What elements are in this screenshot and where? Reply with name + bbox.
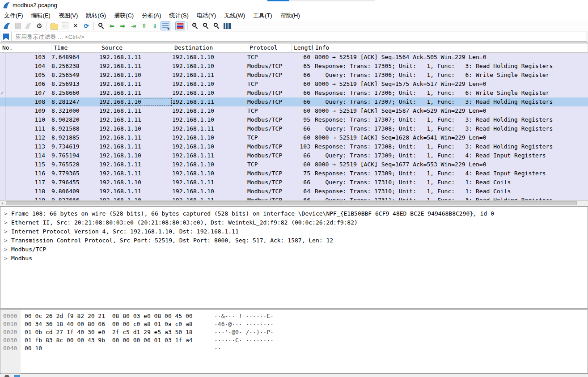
cell-dst[interactable]: 192.168.1.10 [172,53,247,62]
cell-dst[interactable]: 192.168.1.10 [172,142,247,151]
cell-no[interactable]: 112 [0,133,51,142]
close-file-x-icon[interactable]: ✕ [71,21,80,30]
cell-no[interactable]: 108 [0,97,51,106]
cell-len[interactable]: 60 [292,80,313,89]
scroll-left-arrow-icon[interactable]: ‹ [0,201,5,206]
packet-row-113[interactable]: 1139.734619192.168.1.11192.168.1.10Modbu… [0,142,588,151]
cell-no[interactable]: 113 [0,142,51,151]
packet-row-110[interactable]: 1108.902820192.168.1.11192.168.1.10Modbu… [0,115,588,124]
cell-proto[interactable]: TCP [247,53,292,62]
filter-bookmark-icon[interactable] [3,34,9,40]
menu-file[interactable]: 文件(F) [0,11,27,21]
packet-row-112[interactable]: 1128.921885192.168.1.11192.168.1.10TCP60… [0,133,588,142]
capture-comment-icon[interactable] [14,375,20,377]
hex-bytes[interactable]: 00 0c 26 2d f9 82 20 21 08 80 03 e0 08 0… [25,312,193,320]
hex-ascii[interactable]: ······C· ········ [214,336,274,344]
column-header-no[interactable]: No. [0,43,51,52]
go-forward-arrow-icon[interactable]: ➡ [118,21,127,30]
cell-src[interactable]: 192.168.1.11 [99,62,172,71]
expand-chevron-icon[interactable]: > [4,209,11,218]
cell-proto[interactable]: Modbus/TCP [247,89,292,97]
cell-len[interactable]: 66 [292,97,313,106]
cell-proto[interactable]: Modbus/TCP [247,187,292,196]
cell-proto[interactable]: Modbus/TCP [247,124,292,133]
packet-row-106[interactable]: 1068.256913192.168.1.11192.168.1.10TCP60… [0,80,588,89]
cell-src[interactable]: 192.168.1.11 [99,80,172,89]
cell-proto[interactable]: Modbus/TCP [247,62,292,71]
cell-info[interactable]: Response: Trans: 17305; Unit: 1, Func: 3… [313,62,588,71]
cell-dst[interactable]: 192.168.1.10 [172,187,247,196]
capture-options-gear-icon[interactable]: ⚙ [34,21,44,30]
cell-time[interactable]: 8.256549 [51,71,99,80]
expand-chevron-icon[interactable]: > [4,245,11,254]
cell-time[interactable]: 9.734619 [51,142,99,151]
cell-time[interactable]: 8.281247 [51,97,99,106]
cell-no[interactable]: 105 [0,71,51,80]
cell-info[interactable]: 8000 → 52519 [ACK] Seq=1575 Ack=517 Win=… [313,80,588,89]
packet-row-103[interactable]: 1037.648964192.168.1.11192.168.1.10TCP60… [0,53,588,62]
cell-src[interactable]: 192.168.1.11 [99,106,172,115]
hex-bytes[interactable]: 01 0b cd 27 1f 40 30 e0 2f c5 d1 29 e5 a… [25,328,193,336]
cell-info[interactable]: Response: Trans: 17307; Unit: 1, Func: 3… [313,115,588,124]
cell-proto[interactable]: Modbus/TCP [247,115,292,124]
colorize-icon[interactable] [175,21,185,30]
hex-row-0020[interactable]: 002001 0b cd 27 1f 40 30 e0 2f c5 d1 29 … [0,328,588,336]
packet-row-105[interactable]: 1058.256549192.168.1.10192.168.1.11Modbu… [0,71,588,80]
cell-info[interactable]: 8000 → 52519 [ACK] Seq=1628 Ack=541 Win=… [313,133,588,142]
cell-dst[interactable]: 192.168.1.10 [172,115,247,124]
cell-len[interactable]: 64 [292,187,313,196]
menu-statistics[interactable]: 统计(S) [165,11,192,21]
cell-dst[interactable]: 192.168.1.10 [172,106,247,115]
cell-len[interactable]: 75 [292,169,313,178]
packet-row-104[interactable]: 1048.256238192.168.1.11192.168.1.10Modbu… [0,62,588,71]
go-to-top-icon[interactable]: ⇧ [139,21,149,30]
cell-len[interactable]: 103 [292,142,313,151]
cell-info[interactable]: Response: Trans: 17310; Unit: 1, Func: 1… [313,187,588,196]
cell-src[interactable]: 192.168.1.10 [99,97,172,106]
cell-info[interactable]: 8000 → 52519 [ACK] Seq=1587 Ack=529 Win=… [313,106,588,115]
start-capture-fin-icon[interactable] [2,21,12,30]
cell-no[interactable]: 114 [0,151,51,160]
hex-bytes[interactable]: 00 34 36 18 40 00 80 06 00 00 c0 a8 01 0… [25,320,193,328]
cell-time[interactable]: 8.258660 [51,89,99,97]
cell-len[interactable]: 66 [292,124,313,133]
cell-time[interactable]: 8.902820 [51,115,99,124]
cell-proto[interactable]: Modbus/TCP [247,97,292,106]
go-to-bottom-icon[interactable]: ⇩ [150,21,160,30]
cell-src[interactable]: 192.168.1.10 [99,124,172,133]
cell-src[interactable]: 192.168.1.11 [99,160,172,169]
cell-dst[interactable]: 192.168.1.10 [172,80,247,89]
hex-row-0040[interactable]: 004000 10·· [0,344,588,352]
cell-proto[interactable]: TCP [247,106,292,115]
hex-ascii[interactable]: ···'·@0· /··)··P· [214,328,274,336]
cell-proto[interactable]: Modbus/TCP [247,178,292,187]
column-header-protocol[interactable]: Protocol [247,43,292,52]
open-file-folder-icon[interactable] [49,21,59,30]
cell-len[interactable]: 95 [292,115,313,124]
column-header-info[interactable]: Info [313,43,588,52]
menu-analyze[interactable]: 分析(A) [138,11,165,21]
cell-dst[interactable]: 192.168.1.11 [172,71,247,80]
cell-dst[interactable]: 192.168.1.10 [172,62,247,71]
zoom-out-icon[interactable]: − [201,21,211,30]
cell-info[interactable]: Query: Trans: 17310; Unit: 1, Func: 1: R… [313,178,588,187]
column-header-time[interactable]: Time [51,43,99,52]
cell-time[interactable]: 7.648964 [51,53,99,62]
cell-len[interactable]: 66 [292,151,313,160]
cell-time[interactable]: 9.765194 [51,151,99,160]
hex-bytes[interactable]: 00 10 [25,344,42,352]
packet-row-108[interactable]: 1088.281247192.168.1.10192.168.1.11Modbu… [0,97,588,106]
menu-capture[interactable]: 捕获(C) [110,11,138,21]
cell-no[interactable]: 116 [0,169,51,178]
cell-no[interactable]: 115 [0,160,51,169]
cell-time[interactable]: 8.321000 [51,106,99,115]
cell-len[interactable]: 66 [292,178,313,187]
cell-proto[interactable]: Modbus/TCP [247,169,292,178]
display-filter-input[interactable] [14,33,587,41]
menu-telephony[interactable]: 电话(Y) [193,11,220,21]
cell-info[interactable]: Response: Trans: 17306; Unit: 1, Func: 6… [313,89,588,97]
cell-no[interactable]: 110 [0,115,51,124]
column-header-length[interactable]: Length [292,43,313,52]
cell-info[interactable]: Response: Trans: 17308; Unit: 1, Func: 3… [313,142,588,151]
zoom-normal-icon[interactable]: = [212,21,221,30]
